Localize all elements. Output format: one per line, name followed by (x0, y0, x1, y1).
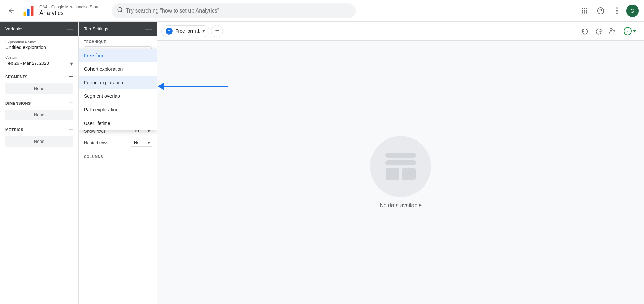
technique-label: TECHNIQUE (84, 40, 152, 44)
no-data-illustration (370, 136, 431, 197)
redo-button[interactable] (592, 25, 605, 37)
variables-collapse-button[interactable]: — (67, 26, 73, 32)
svg-rect-7 (582, 10, 583, 11)
add-dimension-button[interactable]: + (69, 99, 73, 107)
svg-point-17 (616, 13, 618, 14)
apps-button[interactable] (578, 4, 591, 18)
dimensions-section-label: DIMENSIONS + (5, 99, 73, 107)
top-nav: GA4 - Google Merchandise Store Analytics (0, 0, 644, 22)
more-button[interactable] (610, 4, 624, 18)
search-icon (117, 7, 123, 15)
dropdown-item-segment-overlap[interactable]: Segment overlap (79, 89, 157, 103)
illus-box-2 (402, 168, 416, 180)
back-button[interactable] (5, 5, 18, 17)
svg-rect-10 (582, 12, 583, 13)
tab-settings-collapse-button[interactable]: — (145, 26, 152, 32)
nav-right-actions: G (578, 4, 639, 18)
tab-dot: ≡ (166, 28, 173, 35)
variables-panel-header: Variables — (0, 22, 78, 36)
tab-settings-panel-title: Tab Settings (84, 26, 108, 31)
search-bar[interactable] (112, 3, 356, 18)
tab-bar: ≡ Free form 1 ▾ + (157, 22, 644, 41)
svg-rect-9 (586, 10, 587, 11)
nested-rows-select-wrapper: NoYes ▾ (131, 138, 152, 147)
svg-point-20 (610, 28, 612, 31)
svg-rect-11 (584, 12, 585, 13)
svg-point-15 (616, 7, 618, 9)
svg-rect-6 (586, 8, 587, 9)
svg-rect-2 (31, 6, 33, 16)
publish-check-icon: ✓ (624, 27, 632, 35)
main-content: ≡ Free form 1 ▾ + (157, 22, 644, 304)
active-tab[interactable]: ≡ Free form 1 ▾ (161, 25, 209, 37)
add-metric-button[interactable]: + (69, 126, 73, 133)
illus-bar-1 (385, 153, 416, 158)
exploration-name-label: Exploration Name: (5, 40, 73, 44)
svg-point-3 (118, 7, 122, 12)
svg-point-16 (616, 10, 618, 12)
variables-panel: Variables — Exploration Name: Untitled e… (0, 22, 79, 304)
tab-name: Free form 1 (175, 28, 200, 34)
no-data-text: No data available (380, 202, 422, 209)
search-input[interactable] (126, 8, 350, 14)
no-data-inner (385, 153, 416, 180)
add-segment-button[interactable]: + (69, 73, 73, 81)
nav-title: GA4 - Google Merchandise Store Analytics (39, 5, 99, 17)
user-avatar[interactable]: G (626, 5, 639, 17)
date-range-value: Feb 26 - Mar 27, 2023 (5, 61, 49, 66)
publish-chevron-icon: ▾ (633, 28, 636, 34)
nested-rows-select[interactable]: NoYes (131, 138, 152, 147)
add-tab-button[interactable]: + (211, 25, 223, 37)
help-button[interactable] (594, 4, 607, 18)
dropdown-item-funnel[interactable]: Funnel exploration (79, 76, 157, 89)
date-range-chevron-icon[interactable]: ▾ (70, 60, 73, 67)
illus-box-1 (386, 168, 399, 180)
date-range-label: Custom (5, 56, 73, 59)
segments-none: None (5, 83, 73, 94)
no-data-area: No data available (157, 41, 644, 304)
svg-rect-0 (24, 11, 26, 16)
main-layout: Variables — Exploration Name: Untitled e… (0, 22, 644, 304)
add-tab-icon: + (215, 27, 219, 35)
nav-subtitle: GA4 - Google Merchandise Store (39, 5, 99, 9)
metrics-none: None (5, 136, 73, 147)
variables-panel-title: Variables (5, 26, 23, 31)
nested-rows-label: Nested rows (84, 140, 108, 145)
analytics-logo (22, 4, 35, 18)
dropdown-item-path[interactable]: Path exploration (79, 103, 157, 116)
tab-actions: ✓ ▾ (579, 25, 640, 37)
dimensions-none: None (5, 110, 73, 120)
dropdown-item-free-form[interactable]: Free form (79, 49, 157, 62)
nav-main-title: Analytics (39, 9, 99, 17)
variables-content: Exploration Name: Untitled exploration C… (0, 36, 78, 304)
tab-chevron-icon: ▾ (202, 28, 205, 34)
technique-dropdown: Free form Cohort exploration Funnel expl… (79, 49, 157, 130)
undo-button[interactable] (579, 25, 591, 37)
tab-settings-content: TECHNIQUE Free form ▾ Free form Cohort e… (79, 36, 157, 166)
exploration-name-value: Untitled exploration (5, 45, 73, 50)
svg-rect-12 (586, 12, 587, 13)
tab-settings-panel: Tab Settings — TECHNIQUE Free form ▾ Fre… (79, 22, 157, 304)
segments-section-label: SEGMENTS + (5, 73, 73, 81)
publish-button[interactable]: ✓ ▾ (620, 25, 640, 37)
svg-rect-5 (584, 8, 585, 9)
date-range-row: Feb 26 - Mar 27, 2023 ▾ (5, 60, 73, 67)
dropdown-item-user-lifetime[interactable]: User lifetime (79, 116, 157, 130)
svg-rect-1 (27, 9, 29, 16)
share-button[interactable] (606, 25, 618, 37)
metrics-section-label: METRICS + (5, 126, 73, 133)
svg-rect-8 (584, 10, 585, 11)
nested-rows-field: Nested rows NoYes ▾ (84, 138, 152, 147)
dropdown-item-cohort[interactable]: Cohort exploration (79, 62, 157, 76)
illus-bar-2 (385, 160, 416, 165)
illus-boxes (386, 168, 416, 180)
tab-settings-panel-header: Tab Settings — (79, 22, 157, 36)
svg-rect-4 (582, 8, 583, 9)
columns-label: COLUMNS (84, 155, 152, 159)
